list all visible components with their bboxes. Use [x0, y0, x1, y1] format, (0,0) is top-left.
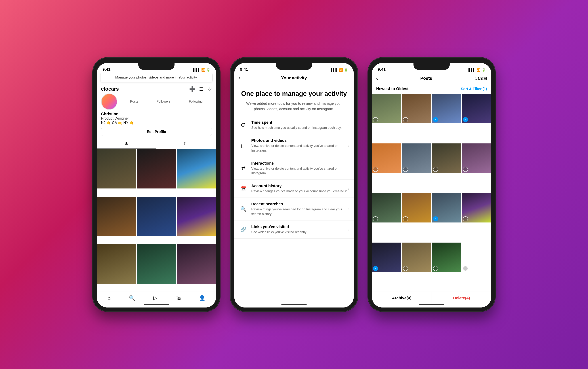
delete-button[interactable]: Delete(4) — [432, 292, 492, 304]
status-time-1: 9:41 — [103, 67, 110, 72]
phone-profile: 9:41 ▌▌▌ 📶 🔋 Manage your photos, videos … — [93, 58, 220, 311]
post-cell-15[interactable] — [432, 243, 462, 272]
activity-item-photos-videos[interactable]: ⬚ Photos and videos View, archive or del… — [234, 134, 354, 157]
activity-item-recent-searches[interactable]: 🔍 Recent searches Review things you've s… — [234, 198, 354, 220]
post-cell-8[interactable] — [462, 144, 491, 173]
home-indicator-1 — [144, 304, 169, 305]
post-checkbox-12[interactable] — [463, 216, 468, 221]
phone-screen-2: 9:41 ▌▌▌ 📶 🔋 ‹ Your activity One place t… — [234, 63, 354, 308]
edit-profile-button[interactable]: Edit Profile — [101, 128, 212, 136]
notch-2 — [276, 63, 312, 70]
activity-item-links-visited[interactable]: 🔗 Links you've visited See which links y… — [234, 220, 354, 239]
post-cell-11[interactable]: ✓ — [432, 193, 462, 223]
chevron-right-icon-5: › — [348, 207, 349, 211]
posts-header: ‹ Posts Cancel — [372, 73, 491, 84]
post-checkbox-6[interactable] — [403, 167, 408, 172]
sort-label: Newest to Oldest — [376, 86, 409, 91]
grid-tab[interactable]: ⊞ — [97, 138, 157, 149]
post-cell-1[interactable] — [372, 94, 401, 123]
back-button-3[interactable]: ‹ — [376, 75, 378, 81]
post-checkbox-11[interactable]: ✓ — [433, 216, 438, 221]
signal-icon: ▌▌▌ — [193, 68, 200, 72]
post-checkbox-7[interactable] — [433, 167, 438, 172]
post-cell-7[interactable] — [432, 144, 462, 173]
add-icon[interactable]: ➕ — [189, 86, 196, 92]
post-cell-13[interactable]: ✓ — [372, 243, 401, 272]
clock-icon: ⏱ — [239, 121, 248, 130]
sort-filter-button[interactable]: Sort & Filter (1) — [461, 87, 487, 91]
post-checkbox-14[interactable] — [403, 266, 408, 271]
heart-icon[interactable]: ♡ — [207, 86, 212, 92]
shop-icon[interactable]: 🛍 — [176, 295, 181, 301]
tag-icon: 🏷 — [184, 140, 189, 146]
reels-icon[interactable]: ▷ — [153, 295, 157, 301]
calendar-icon: 📅 — [239, 184, 248, 193]
post-cell-12[interactable] — [462, 193, 491, 223]
post-tabs: ⊞ 🏷 — [97, 138, 216, 149]
post-cell-14[interactable] — [402, 243, 431, 272]
post-checkbox-8[interactable] — [463, 167, 468, 172]
posts-bottom-bar: Archive(4) Delete(4) — [372, 292, 491, 304]
post-cell-10[interactable] — [402, 193, 431, 223]
post-cell-9[interactable] — [372, 193, 401, 223]
post-checkbox-5[interactable] — [373, 167, 378, 172]
photos-videos-text: Photos and videos View, archive or delet… — [251, 138, 348, 153]
photo-cell — [97, 244, 136, 284]
activity-item-time-spent[interactable]: ⏱ Time spent See how much time you usual… — [234, 116, 354, 134]
tag-tab[interactable]: 🏷 — [157, 138, 216, 149]
back-button-2[interactable]: ‹ — [239, 75, 240, 81]
home-icon[interactable]: ⌂ — [107, 295, 111, 301]
post-checkbox-4[interactable]: ✓ — [463, 117, 468, 122]
post-cell-4[interactable]: ✓ — [462, 94, 491, 123]
photos-videos-desc: View, archive or delete content and acti… — [251, 144, 348, 153]
menu-icon[interactable]: ☰ — [199, 86, 204, 92]
phone-screen-3: 9:41 ▌▌▌ 📶 🔋 ‹ Posts Cancel Newest to Ol… — [372, 63, 491, 308]
post-checkbox-13[interactable]: ✓ — [373, 266, 378, 271]
search-icon[interactable]: 🔍 — [129, 295, 135, 301]
profile-bio: Product Designer — [101, 116, 212, 121]
recent-searches-text: Recent searches Review things you've sea… — [251, 202, 348, 216]
search-icon-activity: 🔍 — [239, 205, 248, 214]
post-checkbox-9[interactable] — [373, 216, 378, 221]
post-checkbox-1[interactable] — [373, 117, 378, 122]
photo-cell — [137, 244, 176, 284]
post-cell-2[interactable] — [402, 94, 431, 123]
photo-cell — [137, 197, 176, 236]
status-icons-1: ▌▌▌ 📶 🔋 — [193, 68, 210, 72]
post-checkbox-2[interactable] — [403, 117, 408, 122]
post-checkbox-10[interactable] — [403, 216, 408, 221]
wifi-icon-2: 📶 — [339, 68, 343, 72]
chevron-right-icon-3: › — [348, 166, 349, 170]
avatar — [101, 93, 117, 110]
activity-item-interactions[interactable]: ⇄ Interactions View, archive or delete c… — [234, 157, 354, 180]
time-spent-text: Time spent See how much time you usually… — [251, 120, 348, 130]
chevron-right-icon-4: › — [348, 186, 349, 191]
signal-icon-2: ▌▌▌ — [331, 68, 338, 72]
post-cell-5[interactable] — [372, 144, 401, 173]
interactions-icon: ⇄ — [239, 164, 248, 173]
grid-icon: ⊞ — [125, 140, 128, 146]
cancel-button[interactable]: Cancel — [475, 76, 487, 81]
profile-info: Christine Product Designer NJ 🤙 CA 🤙 NY … — [97, 112, 216, 126]
post-cell-3[interactable]: ✓ — [432, 94, 462, 123]
post-checkbox-15[interactable] — [433, 266, 438, 271]
followers-stat: Followers — [157, 100, 170, 103]
bottom-nav: ⌂ 🔍 ▷ 🛍 👤 — [97, 292, 216, 304]
interactions-text: Interactions View, archive or delete con… — [251, 161, 348, 175]
post-cell-16[interactable] — [462, 243, 491, 272]
posts-grid: ✓ ✓ — [372, 94, 491, 292]
profile-icon[interactable]: 👤 — [199, 295, 205, 301]
archive-button[interactable]: Archive(4) — [372, 292, 432, 304]
post-cell-6[interactable] — [402, 144, 431, 173]
notch-3 — [413, 63, 450, 70]
activity-item-account-history[interactable]: 📅 Account history Review changes you've … — [234, 180, 354, 198]
posts-stat: Posts — [130, 100, 138, 103]
photos-videos-title: Photos and videos — [251, 138, 348, 143]
activity-hero-desc: We've added more tools for you to review… — [240, 101, 348, 112]
status-time-3: 9:41 — [378, 67, 386, 72]
home-indicator-2 — [281, 304, 307, 305]
post-checkbox-16[interactable] — [463, 266, 468, 271]
status-time-2: 9:41 — [240, 67, 248, 72]
post-checkbox-3[interactable]: ✓ — [433, 117, 438, 122]
recent-searches-title: Recent searches — [251, 202, 348, 206]
